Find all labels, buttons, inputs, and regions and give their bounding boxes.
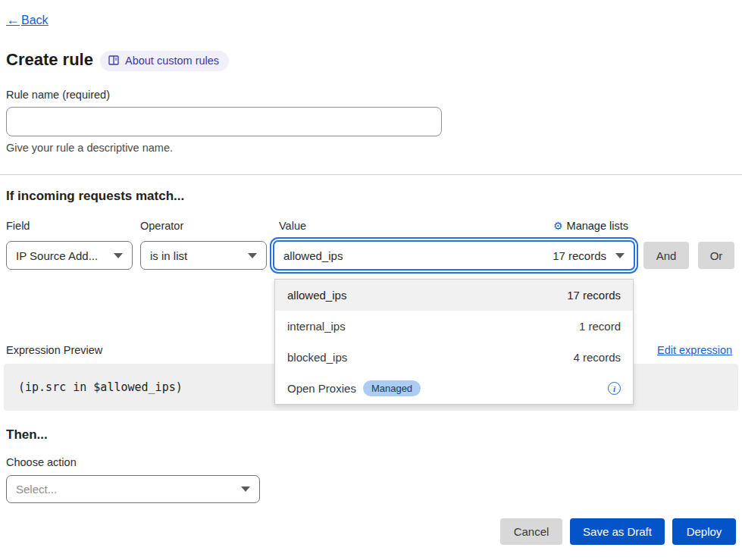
manage-lists-link[interactable]: ⚙ Manage lists [553,220,628,232]
operator-select-value: is in list [150,249,187,262]
list-option-name: blocked_ips [287,351,347,364]
rule-name-input[interactable] [6,107,442,136]
match-section-title: If incoming requests match... [6,189,184,204]
about-custom-rules-link[interactable]: About custom rules [100,51,229,71]
list-option[interactable]: allowed_ips17 records [275,280,633,311]
list-option-name: internal_ips [287,320,346,333]
manage-lists-label: Manage lists [567,220,628,232]
field-select[interactable]: IP Source Add... [6,241,133,270]
info-icon[interactable]: i [608,382,621,395]
managed-badge: Managed [363,380,421,396]
cancel-button[interactable]: Cancel [500,518,562,545]
list-option-name: allowed_ips [287,289,346,302]
save-as-draft-button[interactable]: Save as Draft [570,518,665,545]
or-button[interactable]: Or [698,242,734,269]
rule-name-helper: Give your rule a descriptive name. [6,142,173,154]
back-link[interactable]: ← Back [6,12,49,28]
operator-label: Operator [140,220,183,232]
chevron-down-icon [114,253,123,258]
list-option-records: 4 records [573,351,621,364]
list-dropdown-menu: allowed_ips17 recordsinternal_ips1 recor… [274,279,634,405]
action-select-placeholder: Select... [16,483,57,496]
page-title: Create rule [6,50,93,70]
action-select[interactable]: Select... [6,475,260,503]
gear-icon: ⚙ [553,220,563,232]
chevron-down-icon [241,486,250,492]
list-option-records: 1 record [579,320,621,333]
back-label: Back [21,14,49,27]
list-option-name: Open Proxies [287,382,356,395]
list-option[interactable]: blocked_ips4 records [275,342,633,373]
choose-action-label: Choose action [6,456,77,468]
edit-expression-link[interactable]: Edit expression [657,344,732,356]
list-option[interactable]: Open ProxiesManagedi [275,373,633,404]
value-combobox[interactable]: allowed_ips 17 records [273,240,635,271]
chevron-down-icon [615,253,625,258]
and-button[interactable]: And [643,242,689,269]
expression-code: (ip.src in $allowed_ips) [18,380,183,394]
section-divider [0,174,742,175]
operator-select[interactable]: is in list [140,241,267,270]
then-section-title: Then... [6,427,48,443]
value-combobox-value: allowed_ips [283,249,343,262]
deploy-button[interactable]: Deploy [672,518,736,545]
list-option-records: 17 records [567,289,621,302]
value-label: Value [279,220,306,232]
field-select-value: IP Source Add... [16,249,98,262]
back-arrow-icon: ← [6,12,20,28]
value-combobox-records: 17 records [553,249,606,262]
rule-name-label: Rule name (required) [6,89,110,101]
book-icon [108,55,120,66]
about-badge-label: About custom rules [125,55,219,67]
expression-preview-label: Expression Preview [6,344,102,356]
field-label: Field [6,220,30,232]
chevron-down-icon [248,253,257,258]
list-option[interactable]: internal_ips1 record [275,311,633,342]
